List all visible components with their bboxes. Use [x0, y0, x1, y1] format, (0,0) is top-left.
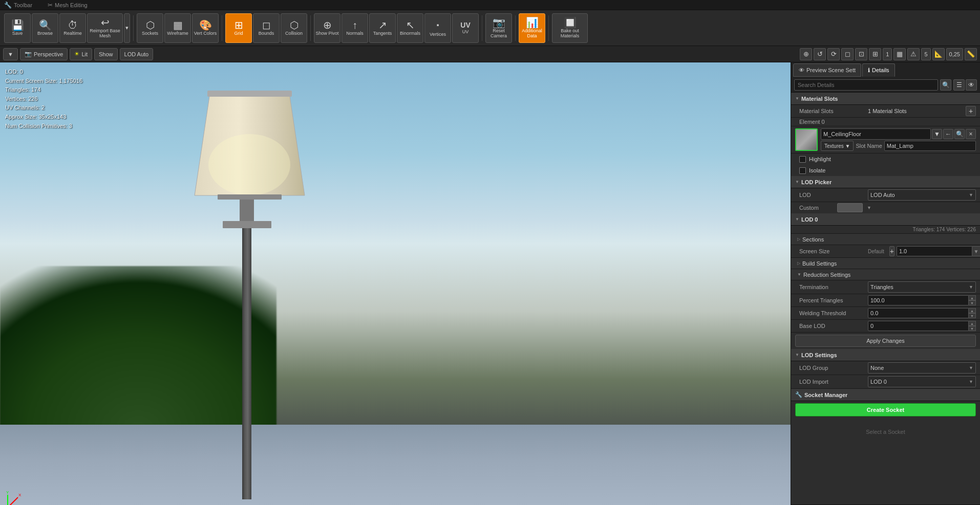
reimport-dropdown-arrow[interactable]: ▾	[124, 13, 130, 43]
vertices-button[interactable]: · Vertices	[424, 13, 451, 43]
percent-triangles-input[interactable]	[868, 295, 969, 305]
wireframe-button[interactable]: ▦ Wireframe	[164, 13, 191, 43]
lamp-wide-plate	[223, 221, 271, 228]
scale-icon-btn[interactable]: ⟳	[827, 48, 840, 60]
panel-content[interactable]: ▼ Material Slots Material Slots 1 Materi…	[791, 93, 980, 504]
material-dropdown-btn[interactable]: ▼	[932, 129, 942, 139]
viewport[interactable]: LOD: 0 Current Screen Size: 1,175016 Tri…	[0, 62, 791, 505]
angle-snap-warning-icon[interactable]: ⚠	[907, 48, 920, 60]
welding-threshold-down-arrow[interactable]: ▼	[969, 313, 976, 318]
percent-triangles-up-arrow[interactable]: ▲	[969, 295, 976, 300]
save-button[interactable]: 💾 Save	[4, 13, 31, 43]
svg-line-0	[8, 497, 18, 505]
search-button[interactable]: 🔍	[940, 79, 951, 91]
additional-data-button[interactable]: 📊 Additional Data	[519, 13, 545, 43]
lod0-section-header[interactable]: ▼ LOD 0	[791, 213, 980, 226]
material-find-btn[interactable]: ←	[943, 129, 953, 139]
normals-button[interactable]: ↑ Normals	[342, 13, 368, 43]
base-lod-arrows: ▲ ▼	[969, 321, 976, 331]
slot-name-input[interactable]	[884, 141, 976, 151]
sections-sub-header[interactable]: ▷ Sections	[791, 234, 980, 245]
angle-snap-icon-btn[interactable]: ▦	[893, 48, 906, 60]
lod-group-dropdown[interactable]: None ▼	[868, 362, 976, 374]
termination-dropdown[interactable]: Triangles ▼	[868, 281, 976, 293]
welding-threshold-input[interactable]	[868, 308, 969, 318]
material-slots-section-header[interactable]: ▼ Material Slots	[791, 93, 980, 105]
reduction-settings-sub-header[interactable]: ▼ Reduction Settings	[791, 269, 980, 280]
lod-dropdown-arrow: ▼	[969, 192, 973, 197]
highlight-label: Highlight	[809, 156, 831, 162]
translate-icon-btn[interactable]: ⊕	[800, 48, 812, 60]
material-clear-btn[interactable]: ×	[966, 129, 976, 139]
camera-perspective-btn[interactable]: 📷 Perspective	[20, 48, 68, 60]
welding-threshold-up-arrow[interactable]: ▲	[969, 308, 976, 313]
custom-color-block[interactable]	[837, 203, 863, 212]
lod-auto-button[interactable]: LOD Auto	[120, 48, 154, 60]
toolbar-window-icon: 🔧	[4, 2, 12, 9]
grid-button[interactable]: ⊞ Grid	[225, 13, 252, 43]
lod-dropdown[interactable]: LOD Auto ▼	[868, 189, 976, 201]
vert-colors-button[interactable]: 🎨 Vert Colors	[192, 13, 219, 43]
isolate-checkbox[interactable]	[799, 167, 806, 174]
tangents-button[interactable]: ↗ Tangents	[369, 13, 396, 43]
chevron-down-icon: ▼	[8, 51, 13, 57]
bake-out-button[interactable]: 🔲 Bake out Materials	[552, 13, 588, 43]
isolate-label: Isolate	[809, 167, 825, 173]
screen-size-input[interactable]	[897, 246, 972, 256]
apply-changes-button[interactable]: Apply Changes	[795, 335, 976, 347]
tab-details[interactable]: ℹ Details	[862, 63, 895, 77]
viewport-options-dropdown[interactable]: ▼	[3, 48, 18, 60]
realtime-button[interactable]: ⏱ Realtime	[59, 13, 86, 43]
show-button[interactable]: Show	[94, 48, 118, 60]
viewport-info-overlay: LOD: 0 Current Screen Size: 1,175016 Tri…	[5, 68, 82, 130]
lod-import-dropdown[interactable]: LOD 0 ▼	[868, 376, 976, 387]
rotate-icon-btn[interactable]: ↺	[814, 48, 826, 60]
toolbar-separator-5	[515, 15, 516, 41]
base-lod-down-arrow[interactable]: ▼	[969, 326, 976, 331]
angle-snap-value: 5	[921, 48, 930, 60]
create-socket-button[interactable]: Create Socket	[795, 403, 976, 416]
vertices-icon: ·	[436, 19, 440, 31]
view-eye-btn[interactable]: 👁	[966, 79, 977, 91]
highlight-checkbox[interactable]	[799, 156, 806, 163]
reimport-button[interactable]: ↩ Reimport Base Mesh	[87, 13, 123, 43]
surface-snapping-icon-btn[interactable]: ⊡	[855, 48, 867, 60]
wireframe-icon: ▦	[173, 20, 183, 30]
bounds-button[interactable]: ◻ Bounds	[253, 13, 280, 43]
reset-camera-button[interactable]: 📷 Reset Camera	[485, 13, 512, 43]
add-material-slot-button[interactable]: +	[966, 106, 976, 116]
lod-custom-dropdown-arrow[interactable]: ▼	[867, 205, 871, 210]
tab-preview-scene-sett[interactable]: 👁 Preview Scene Sett	[793, 63, 861, 77]
camera-speed-icon-btn[interactable]: 📏	[965, 48, 977, 60]
material-name-input[interactable]	[821, 128, 931, 140]
binormals-button[interactable]: ↖ Binormals	[397, 13, 423, 43]
tangents-icon: ↗	[378, 20, 387, 30]
sockets-button[interactable]: ⬡ Sockets	[137, 13, 163, 43]
screen-size-add-btn[interactable]: +	[889, 246, 894, 256]
scale-snap-icon-btn[interactable]: 📐	[932, 48, 945, 60]
world-local-icon-btn[interactable]: ◻	[841, 48, 854, 60]
material-thumbnail[interactable]	[795, 128, 818, 151]
percent-triangles-down-arrow[interactable]: ▼	[969, 300, 976, 305]
svg-text:X: X	[18, 493, 22, 497]
build-settings-sub-header[interactable]: ▷ Build Settings	[791, 258, 980, 269]
realtime-icon: ⏱	[68, 20, 78, 30]
search-input[interactable]	[794, 79, 938, 91]
base-lod-up-arrow[interactable]: ▲	[969, 321, 976, 326]
view-list-btn[interactable]: ☰	[953, 79, 965, 91]
socket-manager-section-header[interactable]: 🔧 Socket Manager	[791, 389, 980, 401]
lod-picker-section-header[interactable]: ▼ LOD Picker	[791, 176, 980, 188]
lod0-triangles-vertices: Triangles: 174 Vertices: 226	[791, 226, 980, 234]
collision-button[interactable]: ⬡ Collision	[281, 13, 307, 43]
show-pivot-button[interactable]: ⊕ Show Pivot	[314, 13, 340, 43]
screen-size-arrow[interactable]: ▼	[972, 246, 980, 256]
vert-colors-icon: 🎨	[199, 20, 212, 30]
browse-button[interactable]: 🔍 Browse	[32, 13, 58, 43]
lit-button[interactable]: ☀ Lit	[70, 48, 92, 60]
material-browse-btn[interactable]: 🔍	[954, 129, 965, 139]
lod-settings-section-header[interactable]: ▼ LOD Settings	[791, 349, 980, 361]
textures-dropdown-btn[interactable]: Textures ▼	[821, 141, 854, 151]
grid-snap-icon-btn[interactable]: ⊞	[869, 48, 881, 60]
uv-button[interactable]: UV UV	[452, 13, 479, 43]
base-lod-input[interactable]	[868, 321, 969, 331]
